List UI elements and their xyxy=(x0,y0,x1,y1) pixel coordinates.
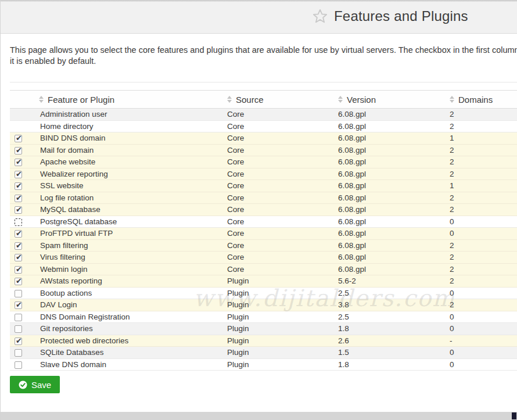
feature-name-cell: Git repositories xyxy=(39,323,227,335)
column-label-source: Source xyxy=(236,95,264,105)
version-cell: 6.08.gpl xyxy=(338,156,450,168)
domains-cell: 0 xyxy=(450,323,517,335)
source-cell: Core xyxy=(227,252,338,264)
domains-cell: 1 xyxy=(450,132,517,145)
table-row: Protected web directories Plugin 2.6 - xyxy=(10,335,517,347)
feature-checkbox[interactable] xyxy=(15,195,22,202)
header-cell-domains[interactable]: Domains xyxy=(450,91,517,109)
table-row: Home directory Core 6.08.gpl 2 xyxy=(10,120,517,132)
sort-icon[interactable] xyxy=(39,96,44,103)
feature-name-cell: Webalizer reporting xyxy=(39,168,227,180)
version-cell: 2.5 xyxy=(338,311,450,323)
table-row: SSL website Core 6.08.gpl 1 xyxy=(10,180,517,192)
header-cell-feature[interactable]: Feature or Plugin xyxy=(39,91,227,109)
feature-checkbox[interactable] xyxy=(15,338,22,345)
horizontal-scrollbar-track[interactable] xyxy=(1,412,517,420)
feature-checkbox[interactable] xyxy=(15,325,22,333)
feature-name-cell: ProFTPD virtual FTP xyxy=(39,228,227,240)
feature-checkbox[interactable] xyxy=(15,182,22,190)
feature-name-cell: AWstats reporting xyxy=(39,275,227,288)
version-cell: 6.08.gpl xyxy=(338,109,450,121)
source-cell: Core xyxy=(227,228,338,240)
sort-icon[interactable] xyxy=(227,96,232,103)
feature-checkbox[interactable] xyxy=(15,218,22,226)
table-row: Slave DNS domain Plugin 1.8 0 xyxy=(10,358,517,371)
save-button[interactable]: Save xyxy=(10,376,60,393)
column-label-version: Version xyxy=(347,95,376,105)
feature-checkbox[interactable] xyxy=(15,147,22,155)
source-cell: Core xyxy=(227,204,338,216)
checkbox-cell xyxy=(10,299,39,311)
feature-checkbox[interactable] xyxy=(15,349,22,357)
checkbox-cell xyxy=(10,252,39,264)
source-cell: Core xyxy=(227,216,338,228)
feature-name-cell: DAV Login xyxy=(39,299,227,311)
version-cell: 1.8 xyxy=(338,358,450,371)
domains-cell: 0 xyxy=(450,228,517,240)
version-cell: 6.08.gpl xyxy=(338,204,450,216)
source-cell: Core xyxy=(227,109,338,121)
domains-cell: 0 xyxy=(450,347,517,359)
scrollbar-corner xyxy=(512,412,516,419)
feature-checkbox[interactable] xyxy=(15,314,22,321)
feature-checkbox[interactable] xyxy=(15,254,22,261)
version-cell: 3.8 xyxy=(338,299,450,311)
source-cell: Plugin xyxy=(227,299,338,311)
feature-checkbox[interactable] xyxy=(15,278,22,285)
domains-cell: 2 xyxy=(450,275,517,288)
table-row: SQLite Databases Plugin 1.5 0 xyxy=(10,347,517,359)
version-cell: 6.08.gpl xyxy=(338,120,450,132)
feature-checkbox[interactable] xyxy=(15,290,22,297)
source-cell: Core xyxy=(227,156,338,168)
source-cell: Plugin xyxy=(227,275,338,288)
table-body: Administration user Core 6.08.gpl 2 Home… xyxy=(10,109,517,371)
feature-name-cell: Bootup actions xyxy=(39,287,227,299)
feature-name-cell: Protected web directories xyxy=(39,335,227,347)
column-label-feature: Feature or Plugin xyxy=(48,95,114,105)
feature-checkbox[interactable] xyxy=(15,301,22,309)
feature-checkbox[interactable] xyxy=(15,230,22,238)
table-row: Git repositories Plugin 1.8 0 xyxy=(10,323,517,335)
feature-name-cell: MySQL database xyxy=(39,204,227,216)
version-cell: 6.08.gpl xyxy=(338,192,450,204)
domains-cell: 1 xyxy=(450,180,517,192)
domains-cell: 0 xyxy=(450,311,517,323)
feature-checkbox[interactable] xyxy=(15,206,22,214)
table-row: MySQL database Core 6.08.gpl 2 xyxy=(10,204,517,216)
checkbox-cell xyxy=(10,323,39,335)
source-cell: Core xyxy=(227,263,338,275)
source-cell: Plugin xyxy=(227,311,338,323)
header-cell-version[interactable]: Version xyxy=(338,91,450,109)
feature-name-cell: Apache website xyxy=(39,156,227,168)
sort-icon[interactable] xyxy=(450,96,454,103)
version-cell: 6.08.gpl xyxy=(338,216,450,228)
domains-cell: 2 xyxy=(450,252,517,264)
checkbox-cell xyxy=(10,239,39,252)
checkbox-cell xyxy=(10,109,39,121)
feature-checkbox[interactable] xyxy=(15,135,22,142)
domains-cell: 0 xyxy=(450,216,517,228)
table-row: Log file rotation Core 6.08.gpl 2 xyxy=(10,192,517,204)
version-cell: 2.6 xyxy=(338,335,450,347)
table-row: Webalizer reporting Core 6.08.gpl 2 xyxy=(10,168,517,180)
feature-checkbox[interactable] xyxy=(15,266,22,274)
feature-name-cell: SQLite Databases xyxy=(39,347,227,359)
domains-cell: 2 xyxy=(450,156,517,168)
table-row: BIND DNS domain Core 6.08.gpl 1 xyxy=(10,132,517,145)
domains-cell: 2 xyxy=(450,204,517,216)
feature-checkbox[interactable] xyxy=(15,159,22,166)
feature-checkbox[interactable] xyxy=(15,361,22,369)
version-cell: 2.5 xyxy=(338,287,450,299)
feature-checkbox[interactable] xyxy=(15,242,22,250)
feature-checkbox[interactable] xyxy=(15,171,22,178)
checkbox-cell xyxy=(10,347,39,359)
version-cell: 1.5 xyxy=(338,347,450,359)
checkbox-cell xyxy=(10,358,39,371)
section-divider xyxy=(10,82,517,82)
domains-cell: 2 xyxy=(450,263,517,275)
source-cell: Core xyxy=(227,132,338,145)
source-cell: Plugin xyxy=(227,287,338,299)
header-cell-source[interactable]: Source xyxy=(227,91,338,109)
checkbox-cell xyxy=(10,275,39,288)
sort-icon[interactable] xyxy=(338,96,343,103)
